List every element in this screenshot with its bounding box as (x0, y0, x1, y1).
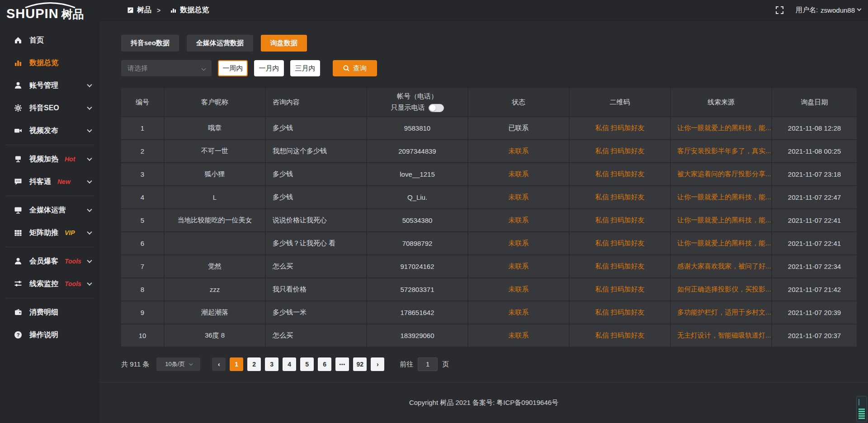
header-account: 帐号（电话） 只显示电话 (367, 88, 467, 116)
cell-status: 未联系 (468, 163, 569, 185)
sidebar-item-lead-monitor[interactable]: 线索监控 Tools (0, 273, 99, 295)
sidebar-item-douketong[interactable]: 抖客通 New (0, 170, 99, 193)
cell-no: 5 (121, 209, 164, 231)
cell-qr-link[interactable]: 私信 扫码加好友 (570, 117, 670, 139)
cell-nickname: 觉然 (165, 255, 265, 277)
cell-source-link[interactable]: 感谢大家喜欢我家，被问了好... (671, 255, 771, 277)
cell-status: 未联系 (468, 209, 569, 231)
cell-account: 50534380 (367, 209, 467, 231)
breadcrumb-root[interactable]: 树品 (137, 5, 151, 15)
cell-source-link[interactable]: 让你一眼就爱上的黑科技，能... (671, 186, 771, 208)
cell-qr-link[interactable]: 私信 扫码加好友 (570, 232, 670, 254)
cell-qr-link[interactable]: 私信 扫码加好友 (570, 163, 670, 185)
username-value: zswodun88 (821, 6, 855, 14)
page-button-2[interactable]: 2 (247, 357, 261, 371)
breadcrumb-home-icon (127, 7, 133, 13)
sidebar-item-matrix-boost[interactable]: 矩阵助推 VIP (0, 221, 99, 244)
cell-qr-link[interactable]: 私信 扫码加好友 (570, 278, 670, 301)
sidebar-item-member-burst[interactable]: 会员爆客 Tools (0, 250, 99, 273)
cell-source-link[interactable]: 客厅安装投影半年多了，真实... (671, 140, 771, 162)
cell-content: 说说价格让我死心 (266, 209, 366, 231)
page-ellipsis-button[interactable]: ••• (335, 357, 349, 371)
header-nickname: 客户昵称 (165, 88, 265, 116)
copyright-text: Copyright 树品 2021 备案号: 粤ICP备09019646号 (409, 399, 558, 407)
prev-page-button[interactable]: ‹ (212, 357, 226, 371)
cell-qr-link[interactable]: 私信 扫码加好友 (570, 186, 670, 208)
tab-inquiry-data[interactable]: 询盘数据 (261, 35, 307, 52)
sidebar-item-omnimedia[interactable]: 全媒体运营 (0, 199, 99, 221)
cell-account: 917024162 (367, 255, 467, 277)
cell-qr-link[interactable]: 私信 扫码加好友 (570, 324, 670, 347)
next-page-button[interactable]: › (371, 357, 384, 371)
sidebar-item-label: 线索监控 (29, 279, 58, 289)
cell-qr-link[interactable]: 私信 扫码加好友 (570, 301, 670, 324)
header-qr: 二维码 (570, 88, 670, 116)
page-button-1[interactable]: 1 (230, 357, 243, 371)
period-month-button[interactable]: 一月内 (254, 60, 284, 76)
sidebar-item-douyin-seo[interactable]: 抖音SEO (0, 97, 99, 119)
menu-divider (5, 247, 94, 247)
cell-status: 未联系 (468, 186, 569, 208)
page-button-4[interactable]: 4 (283, 357, 296, 371)
header-status: 状态 (468, 88, 569, 116)
cell-source-link[interactable]: 被大家追着问的客厅投影分享... (671, 163, 771, 185)
tab-omnimedia-data[interactable]: 全媒体运营数据 (187, 35, 253, 52)
cell-nickname: 狐小狸 (165, 163, 265, 185)
cell-source-link[interactable]: 无主灯设计，智能磁吸轨道灯... (671, 324, 771, 347)
sidebar-item-label: 视频加热 (29, 155, 58, 164)
sidebar-item-label: 视频发布 (29, 126, 58, 136)
mini-widget[interactable] (856, 396, 867, 422)
period-quarter-button[interactable]: 三月内 (290, 60, 320, 76)
breadcrumb-separator: > (157, 7, 160, 14)
table-row: 9 潮起潮落 多少钱一米 178651642 未联系 私信 扫码加好友 多功能护… (121, 301, 857, 324)
phone-only-toggle[interactable] (429, 104, 444, 112)
cell-source-link[interactable]: 让你一眼就爱上的黑科技，能... (671, 117, 771, 139)
sidebar-item-video-heat[interactable]: 视频加热 Hot (0, 148, 99, 170)
page-size-select[interactable]: 10条/页 (156, 357, 200, 371)
sidebar-item-video-publish[interactable]: 视频发布 (0, 119, 99, 142)
sidebar-item-spending-detail[interactable]: 消费明细 (0, 301, 99, 324)
cell-qr-link[interactable]: 私信 扫码加好友 (570, 209, 670, 231)
cell-source-link[interactable]: 让你一眼就爱上的黑科技，能... (671, 232, 771, 254)
chevron-down-icon (87, 179, 92, 183)
screen-stand-icon (14, 155, 23, 164)
cell-source-link[interactable]: 让你一眼就爱上的黑科技，能... (671, 209, 771, 231)
table-row: 5 当地比较能吃的一位美女 说说价格让我死心 50534380 未联系 私信 扫… (121, 209, 857, 231)
cell-nickname: 哦章 (165, 117, 265, 139)
cell-content: 怎么买 (266, 324, 366, 347)
period-week-button[interactable]: 一周内 (218, 60, 248, 76)
cell-qr-link[interactable]: 私信 扫码加好友 (570, 140, 670, 162)
table-row: 3 狐小狸 多少钱 love__1215 未联系 私信 扫码加好友 被大家追着问… (121, 163, 857, 185)
monitor-icon (14, 206, 23, 215)
sidebar-item-home[interactable]: 首页 (0, 29, 99, 52)
sidebar-item-help[interactable]: ? 操作说明 (0, 324, 99, 346)
cell-source-link[interactable]: 多功能护栏灯，适用于乡村文... (671, 301, 771, 324)
page-button-92[interactable]: 92 (353, 357, 367, 371)
table-row: 6 多少钱？让我死心 看 70898792 未联系 私信 扫码加好友 让你一眼就… (121, 232, 857, 254)
user-menu[interactable]: 用户名: zswodun88 (796, 6, 861, 14)
filter-select-placeholder: 请选择 (127, 64, 148, 73)
cell-nickname (165, 232, 265, 254)
cell-account: 572803371 (367, 278, 467, 301)
cell-qr-link[interactable]: 私信 扫码加好友 (570, 255, 670, 277)
menu-divider (5, 145, 94, 145)
chevron-down-icon (87, 156, 92, 161)
phone-toggle-label: 只显示电话 (391, 103, 425, 112)
fullscreen-icon[interactable] (776, 6, 784, 14)
cell-source-link[interactable]: 如何正确选择投影仪，买投影... (671, 278, 771, 301)
sidebar-item-data-overview[interactable]: 数据总览 (0, 52, 99, 74)
table-row: 7 觉然 怎么买 917024162 未联系 私信 扫码加好友 感谢大家喜欢我家… (121, 255, 857, 277)
chevron-down-icon (87, 230, 92, 235)
page-button-6[interactable]: 6 (318, 357, 331, 371)
goto-suffix: 页 (442, 360, 449, 369)
tab-douyin-seo-data[interactable]: 抖音seo数据 (121, 35, 179, 52)
page-button-5[interactable]: 5 (300, 357, 314, 371)
filter-select[interactable]: 请选择 (121, 60, 212, 76)
query-button[interactable]: 查询 (333, 60, 377, 76)
cell-no: 9 (121, 301, 164, 324)
tools-badge: Tools (65, 280, 81, 287)
goto-page-input[interactable] (418, 357, 438, 371)
page-button-3[interactable]: 3 (265, 357, 278, 371)
sidebar-item-account-mgmt[interactable]: 账号管理 (0, 74, 99, 97)
query-button-label: 查询 (353, 64, 367, 73)
